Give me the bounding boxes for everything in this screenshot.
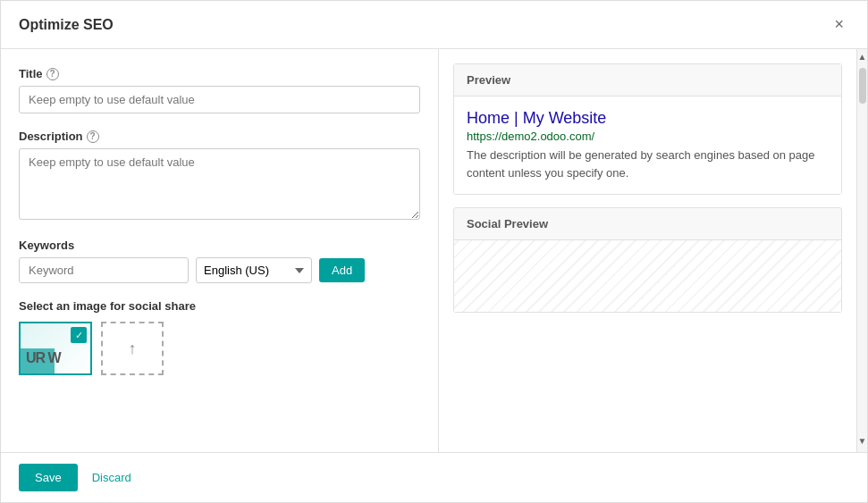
save-button[interactable]: Save	[19, 464, 78, 491]
title-input[interactable]	[19, 86, 420, 113]
description-field-group: Description ?	[19, 130, 420, 222]
preview-header: Preview	[454, 64, 841, 96]
current-image-text: UR W	[26, 350, 61, 366]
image-check-icon: ✓	[71, 327, 87, 343]
description-input[interactable]	[19, 148, 420, 220]
image-upload-area: UR W ✓ ↑	[19, 322, 420, 375]
upload-icon: ↑	[129, 340, 137, 358]
language-select[interactable]: English (US) French (BE) French (FR) Dut…	[196, 257, 312, 283]
preview-box: Preview Home | My Website https://demo2.…	[453, 63, 842, 195]
preview-url: https://demo2.odoo.com/	[467, 130, 829, 143]
keywords-label: Keywords	[19, 239, 420, 252]
add-keyword-button[interactable]: Add	[319, 258, 365, 282]
social-image-section: Select an image for social share UR W ✓ …	[19, 299, 420, 375]
dialog-body: Title ? Description ? Keywords	[1, 49, 867, 452]
description-help-icon[interactable]: ?	[87, 130, 99, 143]
right-scrollbar: ▲ ▼	[856, 49, 867, 452]
title-help-icon[interactable]: ?	[46, 68, 59, 80]
right-content: Preview Home | My Website https://demo2.…	[439, 49, 856, 327]
preview-content: Home | My Website https://demo2.odoo.com…	[454, 96, 841, 194]
dialog-footer: Save Discard	[1, 452, 867, 502]
scroll-down-arrow[interactable]: ▼	[855, 433, 867, 449]
title-field-group: Title ?	[19, 67, 420, 113]
current-image[interactable]: UR W ✓	[19, 322, 92, 375]
preview-description: The description will be generated by sea…	[467, 147, 829, 181]
keyword-input[interactable]	[19, 257, 189, 283]
diagonal-pattern	[454, 240, 841, 312]
dialog-title: Optimize SEO	[19, 17, 114, 33]
left-panel: Title ? Description ? Keywords	[1, 49, 439, 452]
discard-button[interactable]: Discard	[87, 464, 137, 491]
keywords-field-group: Keywords English (US) French (BE) French…	[19, 239, 420, 283]
dialog-header: Optimize SEO ×	[1, 1, 867, 49]
social-image-label: Select an image for social share	[19, 299, 420, 313]
preview-title[interactable]: Home | My Website	[467, 109, 829, 128]
right-panel: Preview Home | My Website https://demo2.…	[439, 49, 867, 452]
description-label: Description ?	[19, 130, 420, 143]
social-preview-header: Social Preview	[454, 208, 841, 240]
social-preview-box: Social Preview	[453, 207, 842, 313]
keywords-row: English (US) French (BE) French (FR) Dut…	[19, 257, 420, 283]
social-preview-content	[454, 240, 841, 312]
title-label: Title ?	[19, 67, 420, 80]
scroll-up-arrow[interactable]: ▲	[855, 49, 867, 64]
scrollbar-thumb[interactable]	[859, 68, 866, 104]
upload-placeholder[interactable]: ↑	[101, 322, 164, 375]
close-button[interactable]: ×	[829, 13, 849, 36]
optimize-seo-dialog: Optimize SEO × Title ? Description ?	[0, 0, 868, 503]
